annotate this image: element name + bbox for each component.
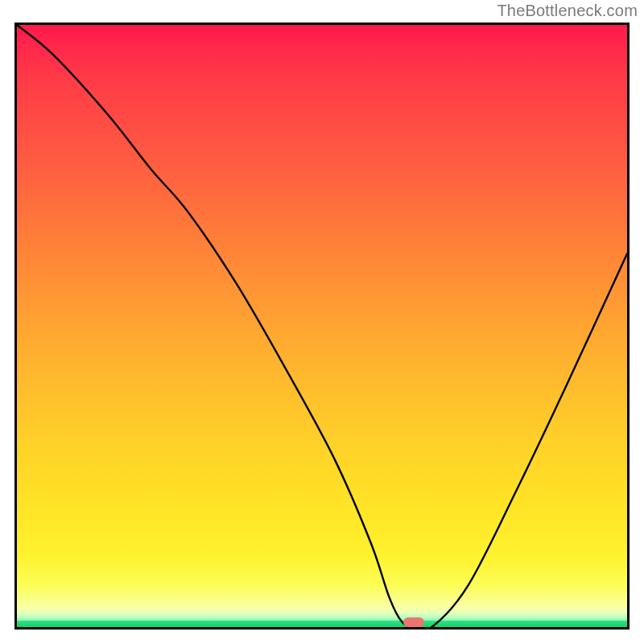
attribution-label: TheBottleneck.com <box>497 2 638 20</box>
bottleneck-chart: TheBottleneck.com <box>0 0 644 644</box>
plot-area <box>14 23 630 630</box>
optimal-marker <box>403 617 424 627</box>
bottleneck-curve <box>17 25 627 627</box>
